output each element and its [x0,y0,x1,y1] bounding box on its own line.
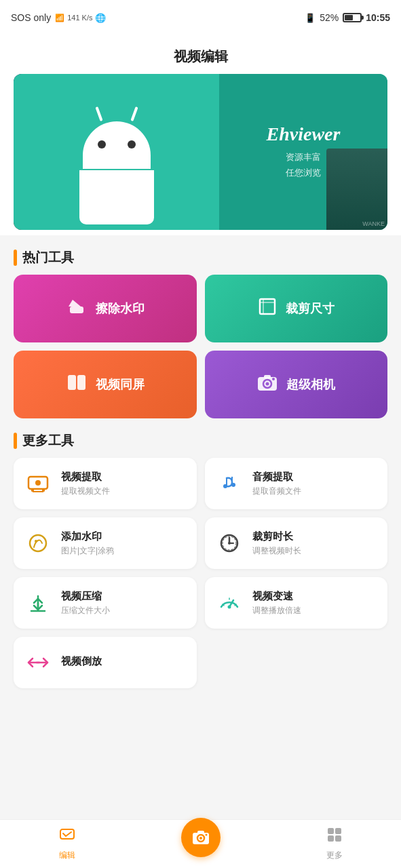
trim-icon [214,528,244,558]
sim-icon: 📱 [305,13,316,23]
svg-rect-44 [328,828,334,834]
more-tools-title: 更多工具 [22,432,74,450]
video-extract-icon [23,469,53,498]
compress-name: 视频压缩 [61,590,110,603]
svg-rect-5 [77,375,85,390]
svg-point-10 [272,378,275,380]
bottom-nav: 编辑 更多 [0,819,401,868]
super-camera-icon [256,372,278,398]
audio-extract-name: 音频提取 [252,471,301,484]
hot-tools-title: 热门工具 [22,249,74,267]
add-watermark-text: 添加水印 图片|文字|涂鸦 [61,530,114,557]
svg-rect-0 [70,307,83,313]
nav-camera[interactable] [134,818,267,857]
more-tools-accent [14,433,17,449]
speed-name: 视频变速 [252,590,301,603]
audio-extract-desc: 提取音频文件 [252,486,301,497]
video-extract-name: 视频提取 [61,471,110,484]
add-watermark-icon [23,528,53,558]
speed-text: 视频变速 调整播放倍速 [252,590,301,616]
antenna-right [130,106,138,121]
tool-crop-size[interactable]: 裁剪尺寸 [205,275,388,342]
svg-point-20 [30,535,46,551]
time: 10:55 [366,12,390,23]
svg-rect-45 [335,828,341,834]
svg-rect-14 [31,489,34,492]
main-content: 热门工具 擦除水印 裁剪尺寸 [0,235,401,743]
tool-super-camera[interactable]: 超级相机 [205,351,388,418]
tool-compress[interactable]: 视频压缩 压缩文件大小 [14,577,197,629]
svg-point-41 [199,837,202,840]
crop-label: 裁剪尺寸 [286,300,335,317]
svg-point-8 [266,382,269,385]
banner-android [14,74,219,230]
video-extract-text: 视频提取 提取视频文件 [61,471,110,497]
camera-nav-button[interactable] [181,818,221,857]
svg-rect-47 [335,835,341,842]
svg-rect-42 [197,831,204,834]
android-robot [62,121,171,230]
robot-body [79,170,154,224]
svg-rect-15 [42,489,45,492]
more-nav-icon [326,827,343,847]
sos-text: SOS only [11,12,51,23]
hot-tools-grid: 擦除水印 裁剪尺寸 视频同屏 [0,275,401,418]
camera-label: 超级相机 [286,376,335,393]
erase-label: 擦除水印 [96,300,145,317]
hot-tools-header: 热门工具 [0,235,401,275]
svg-rect-4 [68,375,76,390]
svg-point-43 [205,833,207,835]
nav-edit[interactable]: 编辑 [0,827,134,861]
banner-subtitle: 资源丰富 任您浏览 [286,149,321,181]
antenna-left [95,106,102,121]
signal-icon: 📶 [55,14,64,22]
audio-extract-text: 音频提取 提取音频文件 [252,471,301,497]
speed-desc: 调整播放倍速 [252,605,301,616]
tool-reverse[interactable]: 视频倒放 [14,637,197,688]
video-extract-desc: 提取视频文件 [61,486,110,497]
banner-title: Ehviewer [267,123,341,145]
trim-name: 裁剪时长 [252,530,301,543]
tool-trim[interactable]: 裁剪时长 调整视频时长 [205,517,388,569]
compress-text: 视频压缩 压缩文件大小 [61,590,110,616]
eye-right [128,140,136,149]
tool-speed[interactable]: 视频变速 调整播放倍速 [205,577,388,629]
reverse-name: 视频倒放 [61,655,102,668]
svg-rect-1 [260,299,275,314]
tool-add-watermark[interactable]: 添加水印 图片|文字|涂鸦 [14,517,197,569]
tool-split-screen[interactable]: 视频同屏 [14,351,197,418]
extra-icon: 🌐 [95,13,106,23]
svg-point-32 [227,606,231,609]
banner[interactable]: 春 Ehviewer 资源丰富 [14,74,387,230]
split-icon [66,372,88,398]
banner-watermark: WANKE [362,220,385,227]
svg-rect-9 [264,375,271,378]
add-watermark-name: 添加水印 [61,530,114,543]
svg-point-12 [35,480,41,486]
compress-icon [23,588,53,618]
svg-rect-38 [60,829,74,839]
svg-point-26 [228,542,231,545]
audio-extract-icon [214,469,244,498]
trim-desc: 调整视频时长 [252,545,301,557]
svg-point-21 [35,540,37,542]
page-title: 视频编辑 [0,35,401,74]
tool-erase-watermark[interactable]: 擦除水印 [14,275,197,342]
svg-rect-46 [328,835,334,842]
banner-right: Ehviewer 资源丰富 任您浏览 WANKE [219,74,387,230]
compress-desc: 压缩文件大小 [61,605,110,616]
tool-audio-extract[interactable]: 音频提取 提取音频文件 [205,458,388,509]
reverse-text: 视频倒放 [61,655,102,670]
erase-icon [66,296,88,322]
nav-more[interactable]: 更多 [267,827,401,861]
tool-video-extract[interactable]: 视频提取 提取视频文件 [14,458,197,509]
reverse-icon [23,648,53,677]
split-label: 视频同屏 [96,376,145,393]
speed-text: 141 K/s [67,14,92,22]
add-watermark-desc: 图片|文字|涂鸦 [61,545,114,557]
banner-image [326,149,387,230]
battery-percent: 52% [320,12,339,23]
more-tools-header: 更多工具 [0,418,401,458]
edit-nav-label: 编辑 [59,850,75,861]
status-right: 📱 52% 10:55 [305,12,390,23]
